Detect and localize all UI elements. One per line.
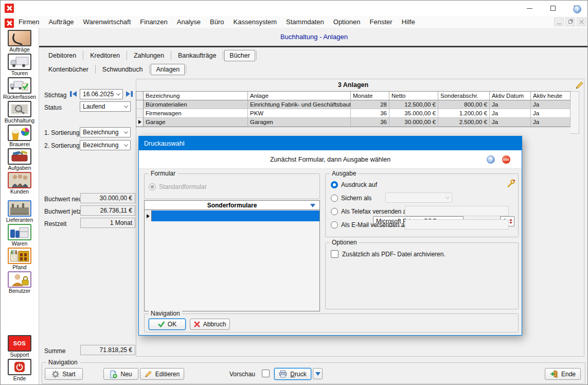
table-cell[interactable]: 30.000,00 € [389,118,438,127]
sortierung1-combo[interactable]: Bezeichnung [80,127,131,137]
menu-optionen[interactable]: Optionen [329,16,365,27]
table-cell[interactable]: Ja [531,109,571,118]
druck-dropdown-button[interactable] [313,368,323,379]
stichtag-date-combo[interactable]: 16.06.2025 [80,89,123,99]
editieren-button[interactable]: Editieren [140,368,184,380]
sidebar-item-buchhaltung[interactable]: Buchhaltung [5,101,34,124]
row-selector[interactable] [136,109,144,118]
ende-button[interactable]: Ende [545,368,581,380]
table-cell[interactable]: Ja [490,109,531,118]
vorschau-checkbox[interactable] [262,370,270,377]
table-cell[interactable]: Firmenwagen [144,109,248,118]
wrench-icon[interactable] [507,179,515,188]
sidebar-item-aufgaben[interactable]: Aufgaben [8,148,31,171]
col-header-bezeichnung[interactable]: Bezeichnung [144,92,248,100]
sidebar-item-rueckerfassen[interactable]: Rückerfassen [3,77,36,100]
row-selector[interactable] [136,100,144,109]
menu-hilfe[interactable]: Hilfe [397,16,420,27]
table-cell[interactable]: Ja [531,100,571,109]
menu-kassensystem[interactable]: Kassensystem [229,16,282,27]
druck-button[interactable]: Druck [274,368,311,380]
prev-icon[interactable] [68,89,78,99]
mdi-restore-button[interactable] [565,18,575,26]
col-header-aktiv-heute[interactable]: Aktiv heute [531,92,571,100]
col-header-netto[interactable]: Netto [389,92,438,100]
window-maximize-button[interactable] [541,1,565,16]
standardformular-radio-row[interactable]: Standardformular [149,183,207,190]
table-cell[interactable]: 28 [351,100,389,109]
start-button[interactable]: Start [45,368,83,380]
table-cell[interactable]: Garagen [248,118,351,127]
pdf-archiv-checkbox[interactable] [331,250,338,258]
sidebar-item-brauerei[interactable]: Brauerei [8,125,31,147]
table-cell[interactable]: Ja [490,100,531,109]
sidebar-item-auftraege[interactable]: Aufträge [8,30,31,52]
tab-bankauftraege[interactable]: Bankaufträge [172,50,222,61]
table-cell[interactable]: 800,00 € [438,100,490,109]
menu-firmen[interactable]: Firmen [14,16,44,27]
table-cell[interactable]: 2.500,00 € [438,118,490,127]
sonderformulare-header[interactable]: Sonderformulare [144,200,320,210]
table-cell[interactable]: 36 [351,118,389,127]
table-cell[interactable]: 1.200,00 € [438,109,490,118]
sos-icon[interactable] [502,155,510,164]
tab-kreditoren[interactable]: Kreditoren [84,50,126,61]
sonderformulare-selected-row[interactable] [145,211,319,221]
sidebar-item-ende[interactable]: Ende [8,359,31,381]
tab-kontenbuecher[interactable]: Kontenbücher [43,64,94,75]
tab-anlagen[interactable]: Anlagen [151,64,185,75]
table-cell[interactable]: 35.000,00 € [389,109,438,118]
dialog-titlebar[interactable]: Druckauswahl [139,136,522,150]
table-cell[interactable]: 36 [351,109,389,118]
sidebar-item-pfand[interactable]: Pfand [8,248,31,270]
menu-warenwirtschaft[interactable]: Warenwirtschaft [79,16,136,27]
table-cell[interactable]: PKW [248,109,351,118]
mdi-close-button[interactable] [577,18,586,26]
tab-schwundbuch[interactable]: Schwundbuch [97,64,149,75]
pencil-icon[interactable] [575,81,584,90]
menu-auftraege[interactable]: Aufträge [44,16,78,27]
table-cell[interactable]: Ja [490,118,531,127]
spinner-arrows[interactable] [509,219,514,224]
radio-standardformular[interactable] [149,183,156,190]
radio-sichern-als[interactable] [331,195,338,202]
table-cell[interactable]: Garage [144,118,248,127]
neu-button[interactable]: Neu [103,368,138,380]
radio-telefax[interactable] [331,208,338,215]
radio-ausdruck-auf[interactable] [331,181,338,188]
mdi-minimize-button[interactable] [554,18,564,26]
table-scrollbar[interactable] [571,91,579,134]
abbruch-button[interactable]: Abbruch [190,319,230,330]
table-cell[interactable]: 12.500,00 € [389,100,438,109]
status-combo[interactable]: Laufend [80,101,131,112]
sortierung2-combo[interactable]: Bezeichnung [80,140,131,150]
col-header-aktiv-datum[interactable]: Aktiv Datum [490,92,531,100]
window-minimize-button[interactable] [518,1,541,16]
ok-button[interactable]: OK [149,319,186,330]
sidebar-item-kunden[interactable]: Kunden [8,172,31,195]
menu-stammdaten[interactable]: Stammdaten [281,16,329,27]
next-icon[interactable] [124,89,134,99]
sidebar-item-support[interactable]: Support [8,335,31,358]
sidebar-item-touren[interactable]: Touren [8,54,31,76]
sidebar-item-lieferanten[interactable]: Lieferanten [6,200,33,223]
menu-finanzen[interactable]: Finanzen [135,16,172,27]
col-header-anlage[interactable]: Anlage [248,92,351,100]
menu-analyse[interactable]: Analyse [172,16,205,27]
table-cell[interactable]: Büromaterialien [144,100,248,109]
sonderformulare-list[interactable] [144,210,320,311]
col-header-monate[interactable]: Monate [351,92,389,100]
col-header-sonderabschr[interactable]: Sonderabschr. [438,92,490,100]
table-cell[interactable]: Ja [531,118,571,127]
tab-debitoren[interactable]: Debitoren [43,50,82,61]
help-icon[interactable] [487,155,495,164]
tab-zahlungen[interactable]: Zahlungen [128,50,170,61]
help-icon[interactable] [573,5,581,13]
radio-email[interactable] [331,221,338,229]
menu-fenster[interactable]: Fenster [365,16,397,27]
row-selector-active[interactable] [136,118,144,127]
menu-buero[interactable]: Büro [205,16,228,27]
sidebar-item-waren[interactable]: Waren [8,224,31,247]
sidebar-item-benutzer[interactable]: Benutzer [8,271,31,294]
table-cell[interactable]: Einrichtung Fabrik- und Geschäftsbauten [248,100,351,109]
